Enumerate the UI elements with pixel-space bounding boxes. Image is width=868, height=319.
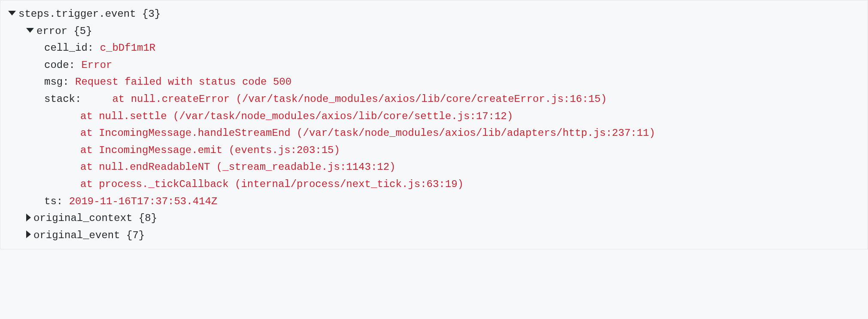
original-context-count: {8} [139,212,157,224]
code-value: Error [81,59,112,71]
root-key: steps.trigger.event [18,8,136,20]
stack-line-1: at null.settle (/var/task/node_modules/a… [80,110,513,122]
error-count: {5} [73,25,92,37]
tree-original-event-node[interactable]: original_event {7} [8,227,860,244]
error-code-row: code: Error [8,57,860,74]
code-key: code: [44,59,75,71]
error-msg-row: msg: Request failed with status code 500 [8,74,860,91]
stack-line-3: at IncomingMessage.emit (events.js:203:1… [80,144,340,156]
error-cell-id-row: cell_id: c_bDf1m1R [8,40,860,57]
cell-id-value: c_bDf1m1R [100,42,156,54]
stack-line-5: at process._tickCallback (internal/proce… [80,178,464,190]
chevron-right-icon[interactable] [26,214,31,221]
chevron-down-icon[interactable] [26,28,34,33]
ts-key: ts: [44,196,63,207]
cell-id-key: cell_id: [44,42,94,54]
original-event-key: original_event [33,230,120,241]
stack-line-row: at IncomingMessage.emit (events.js:203:1… [8,142,860,159]
ts-value: 2019-11-16T17:37:53.414Z [69,196,218,207]
error-key: error [36,25,67,37]
chevron-right-icon[interactable] [26,230,31,238]
root-count: {3} [142,8,161,20]
stack-line-row: at process._tickCallback (internal/proce… [8,176,860,193]
msg-key: msg: [44,76,69,88]
error-stack-row: stack: at null.createError (/var/task/no… [8,91,860,108]
msg-value: Request failed with status code 500 [75,76,291,88]
stack-line-2: at IncomingMessage.handleStreamEnd (/var… [80,127,655,139]
tree-root-node[interactable]: steps.trigger.event {3} [8,6,860,23]
original-event-count: {7} [126,230,145,241]
original-context-key: original_context [33,212,132,224]
chevron-down-icon[interactable] [8,11,16,15]
stack-line-row: at null.endReadableNT (_stream_readable.… [8,159,860,176]
stack-line-row: at null.settle (/var/task/node_modules/a… [8,108,860,125]
tree-original-context-node[interactable]: original_context {8} [8,210,860,227]
stack-line-row: at IncomingMessage.handleStreamEnd (/var… [8,125,860,142]
stack-key: stack: [44,91,81,108]
tree-error-node[interactable]: error {5} [8,23,860,40]
stack-line-4: at null.endReadableNT (_stream_readable.… [80,161,396,173]
stack-line-0: at null.createError (/var/task/node_modu… [88,91,607,108]
error-ts-row: ts: 2019-11-16T17:37:53.414Z [8,193,860,210]
